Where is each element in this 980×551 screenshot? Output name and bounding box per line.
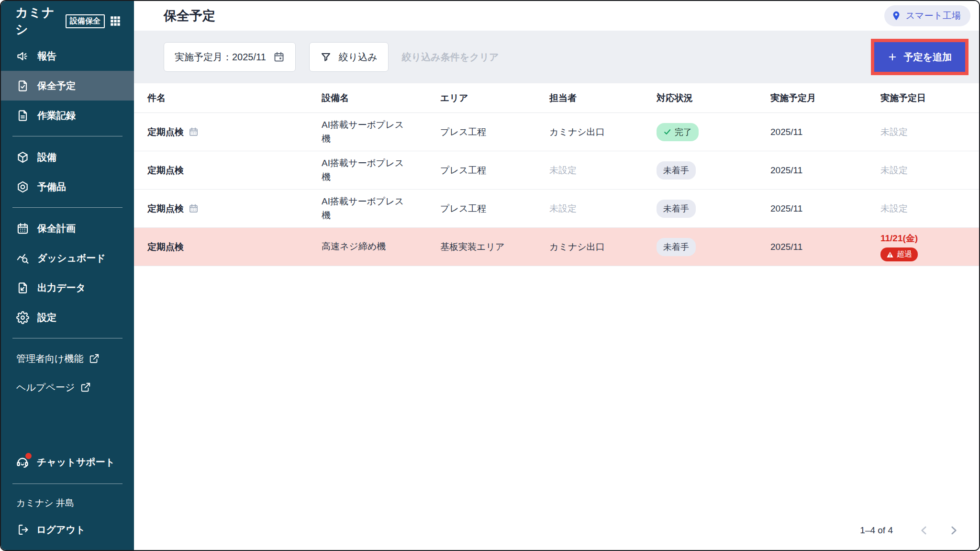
apps-grid-icon[interactable] (109, 15, 122, 27)
filter-button[interactable]: 絞り込み (309, 42, 389, 72)
equipment-cell: AI搭載サーボプレス機 (322, 157, 412, 184)
assignee-cell: 未設定 (549, 202, 657, 215)
status-label: 未着手 (663, 203, 689, 214)
month-filter-value: 実施予定月：2025/11 (175, 51, 266, 64)
sidebar-nav: 報告 保全予定 (1, 41, 134, 402)
planned-month-cell: 2025/11 (770, 203, 880, 214)
equipment-cell: AI搭載サーボプレス機 (322, 195, 412, 222)
sidebar-item-label: 保全予定 (37, 79, 76, 92)
gear-icon (16, 311, 29, 324)
overdue-label: 超過 (897, 249, 912, 259)
table-row-overdue[interactable]: 定期点検 高速ネジ締め機 基板実装エリア カミナシ出口 未着手 2025/11 … (134, 228, 979, 266)
previous-page-button[interactable] (918, 524, 930, 537)
sidebar-item-dashboard[interactable]: ダッシュボード (1, 243, 134, 273)
sidebar-item-chat-support[interactable]: チャットサポート (1, 447, 134, 477)
sidebar-item-maintenance-plan[interactable]: 保全計画 (1, 214, 134, 243)
column-header-subject: 件名 (147, 92, 322, 104)
column-header-area: エリア (440, 92, 549, 104)
planned-date-cell: 未設定 (880, 202, 979, 215)
sidebar-item-report[interactable]: 報告 (1, 41, 134, 71)
logout-button[interactable]: ログアウト (1, 516, 134, 543)
table-header-row: 件名 設備名 エリア 担当者 対応状況 実施予定月 実施予定日 (134, 83, 979, 113)
location-label: スマート工場 (906, 10, 961, 22)
assignee-cell: 未設定 (549, 164, 657, 177)
sidebar-item-output-data[interactable]: 出力データ (1, 273, 134, 303)
subject-cell: 定期点検 (147, 164, 184, 177)
area-cell: プレス工程 (440, 126, 549, 138)
cube-icon (16, 151, 29, 164)
external-link-icon (80, 382, 91, 393)
sidebar-item-label: 報告 (37, 50, 56, 63)
subject-cell: 定期点検 (147, 241, 184, 253)
table-row[interactable]: 定期点検 AI搭載サーボプレス機 プレス工程 未設定 未着手 2025/11 未… (134, 190, 979, 228)
topbar: 保全予定 スマート工場 (134, 1, 979, 31)
divider (12, 136, 122, 136)
sidebar-item-maintenance-schedule[interactable]: 保全予定 (1, 71, 134, 101)
recurring-calendar-icon (189, 203, 199, 214)
sidebar-link-label: ヘルプページ (16, 381, 75, 394)
column-header-planned-month: 実施予定月 (770, 92, 880, 104)
sidebar-item-equipment[interactable]: 設備 (1, 142, 134, 172)
recurring-calendar-icon (189, 127, 199, 137)
funnel-icon (320, 51, 332, 63)
filter-button-label: 絞り込み (339, 51, 378, 64)
month-filter-button[interactable]: 実施予定月：2025/11 (164, 42, 296, 72)
filter-bar: 実施予定月：2025/11 絞り込み 絞り込み条件をクリア (134, 31, 979, 83)
location-pin-icon (891, 11, 902, 21)
sidebar-item-label: 出力データ (37, 281, 86, 294)
brand-logo: カミナシ (15, 4, 61, 38)
divider (12, 207, 122, 208)
calendar-icon (16, 222, 29, 235)
divider (12, 338, 122, 338)
status-badge-done: 完了 (657, 123, 699, 141)
area-cell: プレス工程 (440, 202, 549, 215)
status-badge-todo: 未着手 (657, 238, 696, 256)
chart-search-icon (16, 252, 29, 265)
logout-label: ログアウト (36, 523, 85, 536)
add-schedule-label: 予定を追加 (904, 51, 952, 64)
sidebar-link-help-page[interactable]: ヘルプページ (1, 373, 134, 402)
sidebar-item-label: 予備品 (37, 180, 66, 193)
subject-cell: 定期点検 (147, 202, 184, 215)
check-icon (663, 128, 671, 136)
sidebar-item-settings[interactable]: 設定 (1, 303, 134, 332)
sidebar-item-spare-parts[interactable]: 予備品 (1, 172, 134, 202)
brand-product-badge: 設備保全 (66, 14, 105, 28)
pagination: 1–4 of 4 (134, 524, 979, 550)
overdue-badge: 超過 (880, 247, 918, 261)
notification-dot (25, 453, 32, 459)
document-export-icon (16, 281, 29, 294)
status-badge-todo: 未着手 (657, 200, 696, 218)
table-empty-area (134, 266, 979, 524)
calendar-icon (273, 51, 285, 63)
divider (12, 484, 122, 484)
equipment-cell: 高速ネジ締め機 (322, 240, 386, 254)
planned-month-cell: 2025/11 (770, 242, 880, 252)
status-badge-todo: 未着手 (657, 161, 696, 180)
status-label: 完了 (675, 126, 692, 138)
area-cell: プレス工程 (440, 164, 549, 177)
location-selector[interactable]: スマート工場 (884, 5, 970, 26)
sidebar-spacer (1, 402, 134, 447)
sidebar-item-label: 設備 (37, 151, 56, 164)
table-row[interactable]: 定期点検 AI搭載サーボプレス機 プレス工程 カミナシ出口 完了 2025/11… (134, 113, 979, 151)
pagination-range: 1–4 of 4 (860, 525, 893, 536)
sidebar-item-label: 設定 (37, 311, 56, 324)
sidebar-link-admin-features[interactable]: 管理者向け機能 (1, 344, 134, 373)
sidebar-item-work-records[interactable]: 作業記録 (1, 101, 134, 130)
warning-triangle-icon (886, 251, 894, 259)
subject-cell: 定期点検 (147, 126, 184, 138)
next-page-button[interactable] (947, 524, 960, 537)
nut-icon (16, 180, 29, 193)
sidebar: カミナシ 設備保全 報告 (1, 1, 134, 550)
column-header-planned-date: 実施予定日 (880, 92, 979, 104)
document-check-icon (16, 79, 29, 92)
brand-row: カミナシ 設備保全 (1, 1, 134, 41)
planned-date-cell: 未設定 (880, 164, 979, 177)
plus-icon (888, 52, 897, 62)
clear-filters-link[interactable]: 絞り込み条件をクリア (402, 51, 499, 64)
table-row[interactable]: 定期点検 AI搭載サーボプレス機 プレス工程 未設定 未着手 2025/11 未… (134, 151, 979, 190)
document-lines-icon (16, 109, 29, 122)
assignee-cell: カミナシ出口 (549, 126, 657, 138)
add-schedule-button[interactable]: 予定を追加 (874, 42, 965, 72)
